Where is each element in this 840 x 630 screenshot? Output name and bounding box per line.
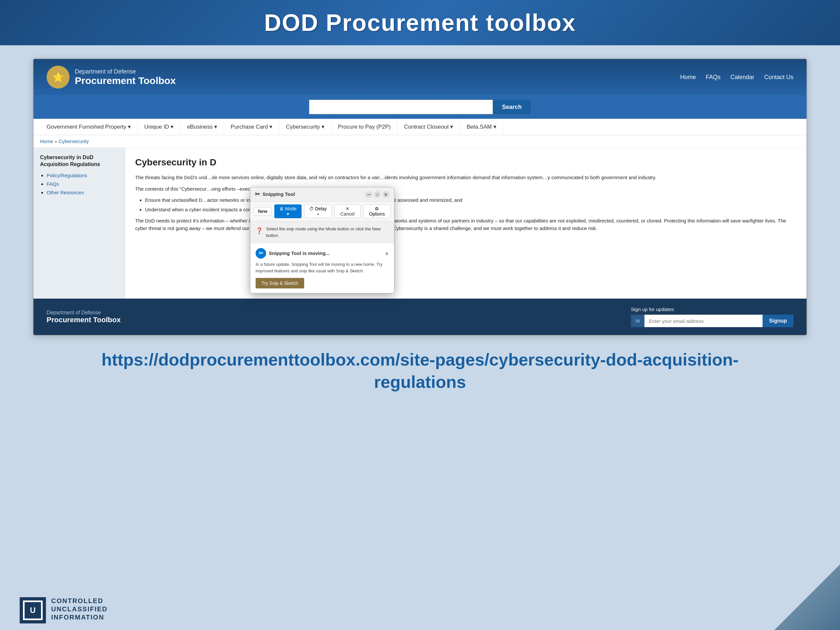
sidebar-link-faqs[interactable]: FAQs [47,181,59,187]
footer-site-title: Procurement Toolbox [47,316,121,324]
signup-label: Sign up for updates: [631,306,793,312]
footer-signup: Sign up for updates: ✉ Signup [631,306,793,327]
snip-title-text: Snipping Tool [262,191,295,198]
nav-faqs[interactable]: FAQs [706,74,720,81]
site-nav: Government Furnished Property ▾ Unique I… [33,119,807,135]
footer-logo: Department of Defense Procurement Toolbo… [47,310,121,324]
sidebar-links: Policy/Regulations FAQs Other Resources [40,172,118,196]
site-title: Procurement Toolbox [75,75,176,86]
email-icon: ✉ [631,315,644,327]
nav-contract-closeout[interactable]: Contract Closeout ▾ [397,119,460,135]
article-bullet-2: Understand when a cyber incident impacts… [145,206,797,214]
browser-mock: ⭐ Department of Defense Procurement Tool… [33,58,807,336]
maximize-button[interactable]: □ [374,191,381,198]
cui-line2: Unclassified [51,605,107,613]
collapse-button[interactable]: ∧ [385,250,389,257]
email-input[interactable] [644,315,763,327]
snip-toolbar: New 🖥 Mode ▾ ⏱ Delay ▾ ✕ Cancel ⚙ Option… [250,202,394,221]
snip-moving-title-text: Snipping Tool is moving... [269,250,330,257]
snip-moving-header: ✂ Snipping Tool is moving... ∧ [256,248,389,259]
snip-moving-section: ✂ Snipping Tool is moving... ∧ In a futu… [250,243,394,293]
nav-beta-sam[interactable]: Beta.SAM ▾ [460,119,503,135]
nav-gov-furnished[interactable]: Government Furnished Property ▾ [40,119,138,135]
nav-p2p[interactable]: Procure to Pay (P2P) [332,119,398,135]
main-content: ⭐ Department of Defense Procurement Tool… [0,45,840,413]
site-footer: Department of Defense Procurement Toolbo… [33,298,807,335]
bottom-url-section: https://dodprocurementtoolbox.com/site-p… [33,336,807,399]
article-para-1: The threats facing the DoD's und…de more… [135,174,797,182]
scissors-icon: ✂ [255,190,260,199]
cui-line1: Controlled [51,597,107,605]
options-button[interactable]: ⚙ Options [363,204,391,218]
search-bar-row: Search [33,95,807,119]
article-para-3: The DoD needs to protect it's informatio… [135,217,797,232]
header-nav: Home FAQs Calendar Contact Us [680,74,793,81]
minimize-button[interactable]: — [365,191,373,198]
snip-moving-title: ✂ Snipping Tool is moving... [256,248,330,259]
snip-hint: ❓ Select the snip mode using the Mode bu… [250,221,394,243]
dept-label: Department of Defense [75,68,176,75]
nav-contact[interactable]: Contact Us [764,74,793,81]
breadcrumb: Home » Cybersecurity [33,135,807,148]
page-content: Cybersecurity in DoD Acquisition Regulat… [33,148,807,298]
try-snip-sketch-button[interactable]: Try Snip & Sketch [256,278,304,289]
article-bullets: Ensure that unclassified D…actor network… [135,197,797,213]
breadcrumb-current[interactable]: Cybersecurity [59,139,89,144]
search-input[interactable] [309,100,493,114]
sidebar: Cybersecurity in DoD Acquisition Regulat… [33,148,125,298]
snip-hint-text: Select the snip mode using the Mode butt… [266,226,389,238]
site-header: ⭐ Department of Defense Procurement Tool… [33,59,807,95]
search-button[interactable]: Search [493,100,531,114]
article-heading: Cybersecurity in D [135,156,797,169]
nav-unique-id[interactable]: Unique ID ▾ [138,119,180,135]
slide-footer: U Controlled Unclassified Information 12 [0,591,840,630]
window-controls: — □ ✕ [365,191,390,198]
article-bullet-1: Ensure that unclassified D…actor network… [145,197,797,204]
cui-inner-label: U [23,600,43,620]
sidebar-link-policy[interactable]: Policy/Regulations [47,172,87,178]
nav-purchase-card[interactable]: Purchase Card ▾ [224,119,279,135]
new-snip-button[interactable]: New [254,207,272,216]
footer-dept-label: Department of Defense [47,310,121,316]
dod-seal-icon: ⭐ [47,66,69,88]
snip-titlebar: ✂ Snipping Tool — □ ✕ [250,187,394,202]
delay-button[interactable]: ⏱ Delay ▾ [304,204,332,218]
sidebar-link-resources[interactable]: Other Resources [47,189,84,195]
signup-button[interactable]: Signup [763,315,793,327]
snip-moving-body: In a future update, Snipping Tool will b… [256,261,389,274]
nav-cybersecurity[interactable]: Cybersecurity ▾ [279,119,332,135]
sidebar-heading: Cybersecurity in DoD Acquisition Regulat… [40,154,118,168]
article-para-2: The contents of this "Cybersecur…oing ef… [135,185,797,193]
mode-button[interactable]: 🖥 Mode ▾ [274,204,302,218]
cancel-button[interactable]: ✕ Cancel [334,204,360,218]
breadcrumb-separator: » [53,139,59,144]
bottom-url: https://dodprocurementtoolbox.com/site-p… [66,349,774,393]
slide-title: DOD Procurement toolbox [20,9,820,36]
site-logo: ⭐ Department of Defense Procurement Tool… [47,66,176,88]
help-icon: ❓ [256,226,263,235]
cui-box: U [20,597,46,624]
footer-signup-row: ✉ Signup [631,315,793,327]
nav-home[interactable]: Home [680,74,696,81]
nav-calendar[interactable]: Calendar [730,74,754,81]
slide-title-bar: DOD Procurement toolbox [0,0,840,45]
nav-ebusiness[interactable]: eBusiness ▾ [180,119,224,135]
close-button[interactable]: ✕ [382,191,390,198]
article: Cybersecurity in D The threats facing th… [125,148,807,298]
cui-text: Controlled Unclassified Information [51,597,107,621]
cui-badge: U Controlled Unclassified Information [20,597,107,624]
cui-line3: Information [51,614,107,621]
snip-logo-icon: ✂ [256,248,266,259]
breadcrumb-home[interactable]: Home [40,139,53,144]
snip-title: ✂ Snipping Tool [255,190,295,199]
logo-text: Department of Defense Procurement Toolbo… [75,68,176,86]
snipping-tool-dialog[interactable]: ✂ Snipping Tool — □ ✕ New 🖥 Mode ▾ ⏱ Del… [250,187,395,293]
